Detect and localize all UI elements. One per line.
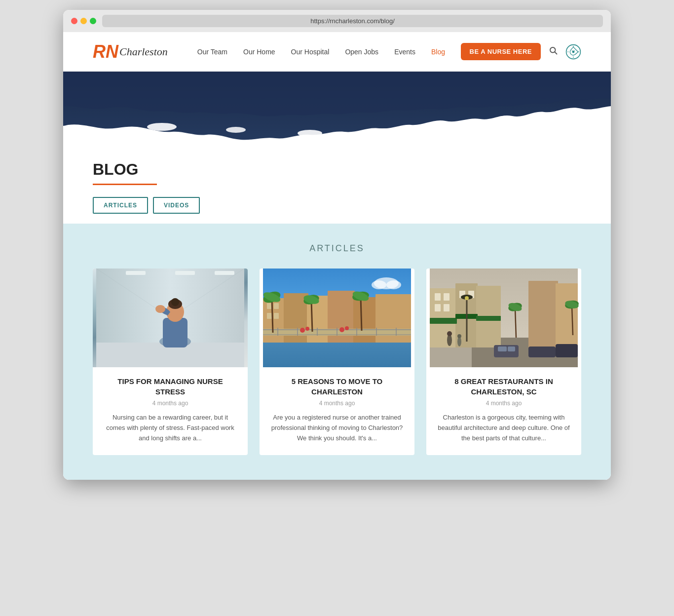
nav-item-blog[interactable]: Blog [431,48,445,56]
svg-rect-75 [435,304,441,311]
hero-wave-svg [63,72,611,141]
svg-rect-74 [444,293,449,301]
browser-dots [71,18,96,24]
svg-point-8 [447,125,469,131]
blog-title: BLOG [93,160,581,179]
browser-chrome: https://rncharleston.com/blog/ [63,10,611,32]
blog-section: BLOG ARTICLES VIDEOS [63,141,611,224]
blog-underline [93,184,157,185]
nav-item-events[interactable]: Events [394,48,415,56]
svg-rect-14 [175,271,195,275]
svg-point-94 [447,331,452,336]
svg-rect-30 [353,297,377,343]
search-button[interactable] [549,46,558,57]
article-body-3: 8 GREAT RESTAURANTS IN CHARLESTON, SC 4 … [426,367,581,455]
svg-rect-72 [556,283,578,352]
article-date-1: 4 months ago [103,400,238,407]
svg-point-6 [298,130,322,137]
filter-videos-button[interactable]: VIDEOS [153,197,200,214]
svg-line-46 [272,298,273,333]
svg-point-56 [305,327,309,331]
svg-point-9 [518,122,546,129]
articles-grid: TIPS FOR MANAGING NURSE STRESS 4 months … [93,269,581,455]
article-card-3[interactable]: 8 GREAT RESTAURANTS IN CHARLESTON, SC 4 … [426,269,581,455]
article-excerpt-1: Nursing can be a rewarding career, but i… [103,413,238,443]
site-logo[interactable]: RN Charleston [93,43,168,61]
svg-point-61 [386,280,401,289]
svg-point-81 [465,296,469,300]
charleston-waterfront-illustration [260,269,414,367]
article-body-1: TIPS FOR MANAGING NURSE STRESS 4 months … [93,367,248,455]
article-date-3: 4 months ago [436,400,571,407]
address-bar[interactable]: https://rncharleston.com/blog/ [102,15,603,27]
main-nav: Our Team Our Home Our Hospital Open Jobs… [197,48,461,56]
svg-rect-76 [444,304,449,311]
charleston-street-illustration [426,269,581,367]
article-excerpt-3: Charleston is a gorgeous city, teeming w… [436,413,571,443]
svg-rect-34 [267,313,272,319]
svg-rect-86 [508,346,515,351]
nav-item-our-team[interactable]: Our Team [197,48,227,56]
close-dot[interactable] [71,18,77,24]
article-heading-3: 8 GREAT RESTAURANTS IN CHARLESTON, SC [436,376,571,397]
svg-rect-84 [556,344,578,357]
search-icon [549,46,558,55]
compass-icon[interactable] [565,44,581,60]
svg-rect-70 [476,316,501,321]
svg-rect-83 [528,346,556,357]
article-image-2 [260,269,414,367]
logo-rn: RN [93,43,118,61]
svg-rect-85 [498,346,507,351]
logo-charleston: Charleston [119,45,168,58]
article-heading-2: 5 REASONS TO MOVE TO CHARLESTON [269,376,405,397]
articles-section: ARTICLES [63,224,611,480]
svg-rect-73 [435,293,441,301]
svg-rect-35 [274,313,279,319]
nav-item-our-home[interactable]: Our Home [243,48,275,56]
svg-point-23 [155,305,165,313]
be-nurse-button[interactable]: BE A NURSE HERE [461,43,541,60]
svg-rect-68 [430,318,457,324]
svg-point-57 [339,327,344,332]
svg-rect-13 [126,271,146,275]
nav-item-open-jobs[interactable]: Open Jobs [345,48,378,56]
article-body-2: 5 REASONS TO MOVE TO CHARLESTON 4 months… [260,367,414,455]
svg-point-7 [375,128,393,133]
svg-line-52 [361,297,362,331]
svg-point-4 [147,123,177,131]
browser-window: https://rncharleston.com/blog/ RN Charle… [63,10,611,480]
svg-point-55 [300,328,305,333]
article-date-2: 4 months ago [269,400,405,407]
article-image-3 [426,269,581,367]
svg-point-96 [457,334,461,338]
svg-point-22 [171,298,179,306]
svg-rect-19 [163,318,187,347]
article-excerpt-2: Are you a registered nurse or another tr… [269,413,405,443]
nav-right: BE A NURSE HERE [461,43,581,60]
filter-articles-button[interactable]: ARTICLES [93,197,148,214]
page-content: RN Charleston Our Team Our Home Our Hosp… [63,32,611,480]
svg-point-5 [226,127,246,133]
svg-rect-32 [267,303,272,309]
article-card-2[interactable]: 5 REASONS TO MOVE TO CHARLESTON 4 months… [260,269,414,455]
minimize-dot[interactable] [80,18,87,24]
nurse-stress-illustration [93,269,248,367]
article-image-1 [93,269,248,367]
article-heading-1: TIPS FOR MANAGING NURSE STRESS [103,376,238,397]
nav-item-our-hospital[interactable]: Our Hospital [291,48,330,56]
articles-section-title: ARTICLES [93,243,581,254]
svg-point-58 [345,326,349,330]
maximize-dot[interactable] [90,18,96,24]
svg-rect-71 [528,281,558,352]
svg-point-60 [372,280,386,289]
svg-line-49 [311,301,312,332]
svg-rect-33 [274,303,279,309]
hero-banner [63,72,611,141]
article-card-1[interactable]: TIPS FOR MANAGING NURSE STRESS 4 months … [93,269,248,455]
svg-rect-15 [215,271,234,275]
filter-buttons: ARTICLES VIDEOS [93,197,581,214]
site-header: RN Charleston Our Team Our Home Our Hosp… [63,32,611,72]
svg-line-1 [555,52,557,54]
